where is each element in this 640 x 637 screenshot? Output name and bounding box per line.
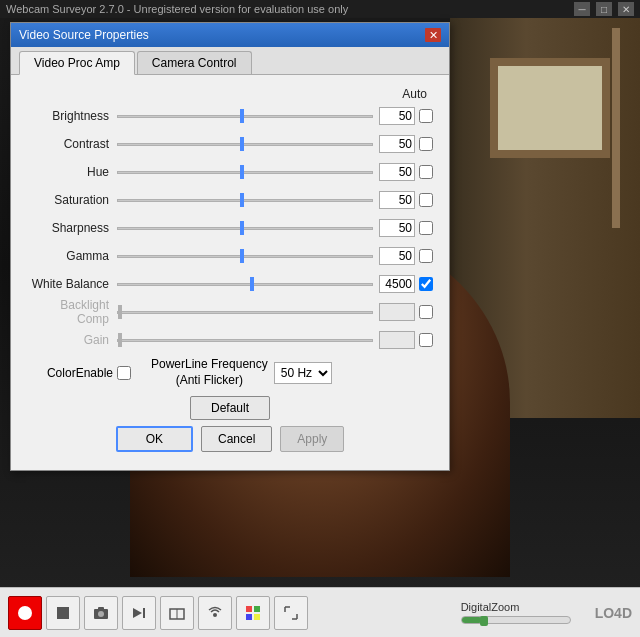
- svg-point-3: [98, 611, 104, 617]
- contrast-row: Contrast: [27, 133, 433, 155]
- hue-label: Hue: [27, 165, 117, 179]
- app-title: Webcam Surveyor 2.7.0 - Unregistered ver…: [6, 3, 574, 15]
- backlight-comp-auto-checkbox[interactable]: [419, 305, 433, 319]
- brightness-slider-track[interactable]: [117, 108, 373, 124]
- saturation-slider-track[interactable]: [117, 192, 373, 208]
- powerline-label: PowerLine Frequency(Anti Flicker): [151, 357, 268, 388]
- brightness-label: Brightness: [27, 109, 117, 123]
- saturation-label: Saturation: [27, 193, 117, 207]
- white-balance-thumb[interactable]: [250, 277, 254, 291]
- svg-rect-4: [98, 607, 104, 610]
- saturation-auto-checkbox[interactable]: [419, 193, 433, 207]
- gamma-auto-checkbox[interactable]: [419, 249, 433, 263]
- hue-thumb[interactable]: [240, 165, 244, 179]
- gain-thumb: [118, 333, 122, 347]
- color-enable-row: ColorEnable PowerLine Frequency(Anti Fli…: [27, 357, 433, 388]
- ok-cancel-row: OK Cancel Apply: [27, 426, 433, 462]
- svg-rect-13: [254, 614, 260, 620]
- saturation-thumb[interactable]: [240, 193, 244, 207]
- maximize-button[interactable]: □: [596, 2, 612, 16]
- saturation-track: [117, 199, 373, 202]
- gamma-label: Gamma: [27, 249, 117, 263]
- contrast-label: Contrast: [27, 137, 117, 151]
- contrast-thumb[interactable]: [240, 137, 244, 151]
- tab-video-proc-amp[interactable]: Video Proc Amp: [19, 51, 135, 75]
- brightness-thumb[interactable]: [240, 109, 244, 123]
- white-balance-slider-track[interactable]: [117, 276, 373, 292]
- resize-arrows-button[interactable]: [274, 596, 308, 630]
- cancel-button[interactable]: Cancel: [201, 426, 272, 452]
- saturation-row: Saturation: [27, 189, 433, 211]
- backlight-comp-row: Backlight Comp: [27, 301, 433, 323]
- close-button[interactable]: ✕: [618, 2, 634, 16]
- sharpness-row: Sharpness: [27, 217, 433, 239]
- broadcast-button[interactable]: [198, 596, 232, 630]
- color-settings-button[interactable]: [236, 596, 270, 630]
- sharpness-auto-checkbox[interactable]: [419, 221, 433, 235]
- brightness-input[interactable]: [379, 107, 415, 125]
- brightness-auto-checkbox[interactable]: [419, 109, 433, 123]
- white-balance-row: White Balance: [27, 273, 433, 295]
- default-button[interactable]: Default: [190, 396, 270, 420]
- minimize-button[interactable]: ─: [574, 2, 590, 16]
- dialog-title-bar: Video Source Properties ✕: [11, 23, 449, 47]
- color-enable-checkbox[interactable]: [117, 366, 131, 380]
- tab-bar: Video Proc Amp Camera Control: [11, 47, 449, 75]
- gamma-row: Gamma: [27, 245, 433, 267]
- stop-button[interactable]: [46, 596, 80, 630]
- dialog-close-button[interactable]: ✕: [425, 28, 441, 42]
- sharpness-slider-track[interactable]: [117, 220, 373, 236]
- gamma-input[interactable]: [379, 247, 415, 265]
- svg-rect-11: [254, 606, 260, 612]
- powerline-select[interactable]: 50 Hz 60 Hz: [274, 362, 332, 384]
- picture-frame: [490, 58, 610, 158]
- backlight-comp-track: [117, 311, 373, 314]
- svg-marker-5: [133, 608, 142, 618]
- default-button-row: Default: [27, 396, 433, 420]
- hue-slider-track[interactable]: [117, 164, 373, 180]
- contrast-auto-checkbox[interactable]: [419, 137, 433, 151]
- snapshot-button[interactable]: [84, 596, 118, 630]
- svg-point-0: [18, 606, 32, 620]
- backlight-comp-label: Backlight Comp: [27, 298, 117, 326]
- window-controls: ─ □ ✕: [574, 2, 634, 16]
- contrast-slider-track[interactable]: [117, 136, 373, 152]
- gamma-thumb[interactable]: [240, 249, 244, 263]
- gain-label: Gain: [27, 333, 117, 347]
- zoom-slider-fill: [462, 617, 482, 623]
- gain-slider-track: [117, 332, 373, 348]
- saturation-input[interactable]: [379, 191, 415, 209]
- next-button[interactable]: [122, 596, 156, 630]
- svg-rect-6: [143, 608, 145, 618]
- app-logo: LO4D: [595, 605, 632, 621]
- sharpness-input[interactable]: [379, 219, 415, 237]
- svg-rect-12: [246, 614, 252, 620]
- tab-camera-control[interactable]: Camera Control: [137, 51, 252, 74]
- ok-button[interactable]: OK: [116, 426, 193, 452]
- hue-row: Hue: [27, 161, 433, 183]
- hue-track: [117, 171, 373, 174]
- white-balance-auto-checkbox[interactable]: [419, 277, 433, 291]
- gain-auto-checkbox[interactable]: [419, 333, 433, 347]
- white-balance-input[interactable]: [379, 275, 415, 293]
- sharpness-thumb[interactable]: [240, 221, 244, 235]
- sharpness-track: [117, 227, 373, 230]
- gamma-slider-track[interactable]: [117, 248, 373, 264]
- video-source-dialog: Video Source Properties ✕ Video Proc Amp…: [10, 22, 450, 471]
- color-enable-label: ColorEnable: [27, 366, 117, 380]
- fullscreen-button[interactable]: [160, 596, 194, 630]
- gain-row: Gain: [27, 329, 433, 351]
- zoom-slider-track[interactable]: [461, 616, 571, 624]
- gain-input: [379, 331, 415, 349]
- hue-auto-checkbox[interactable]: [419, 165, 433, 179]
- record-button[interactable]: [8, 596, 42, 630]
- lamp-pole: [612, 28, 620, 228]
- backlight-comp-input: [379, 303, 415, 321]
- contrast-input[interactable]: [379, 135, 415, 153]
- zoom-slider-thumb[interactable]: [480, 616, 488, 626]
- svg-rect-1: [57, 607, 69, 619]
- apply-button[interactable]: Apply: [280, 426, 344, 452]
- svg-rect-10: [246, 606, 252, 612]
- backlight-comp-thumb: [118, 305, 122, 319]
- hue-input[interactable]: [379, 163, 415, 181]
